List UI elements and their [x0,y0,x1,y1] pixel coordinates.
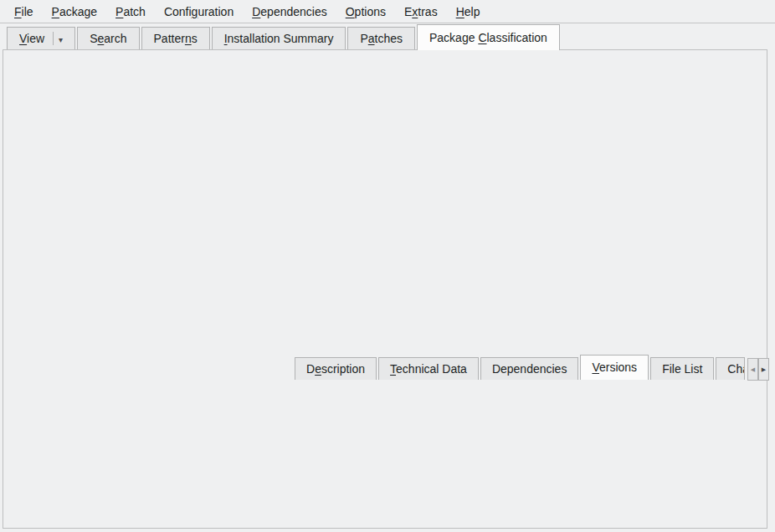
tab-search[interactable]: Search [77,27,139,50]
menu-item-file[interactable]: File [5,2,43,22]
detail-tab-dependencies[interactable]: Dependencies [480,357,579,380]
tab-view[interactable]: View▾ [7,27,75,50]
view-tab-bar: View▾SearchPatternsInstallation SummaryP… [0,24,775,50]
tab-scroll-right-icon[interactable]: ▶ [758,358,769,381]
menu-bar: FilePackagePatchConfigurationDependencie… [0,0,775,23]
tab-patches[interactable]: Patches [347,27,415,50]
detail-tab-technical-data[interactable]: Technical Data [378,357,479,380]
menu-item-dependencies[interactable]: Dependencies [243,2,336,22]
menu-item-options[interactable]: Options [336,2,395,22]
tab-package-classification[interactable]: Package Classification [417,24,560,50]
detail-tab-versions[interactable]: Versions [580,355,649,380]
menu-item-patch[interactable]: Patch [106,2,155,22]
package-manager-window: FilePackagePatchConfigurationDependencie… [0,0,775,532]
detail-tab-cha[interactable]: Cha [716,357,745,380]
package-classification-tab-page [3,49,767,529]
tab-installation-summary[interactable]: Installation Summary [212,27,346,50]
tab-scroll-left-icon[interactable]: ◀ [747,358,758,381]
chevron-down-icon[interactable]: ▾ [59,28,63,51]
detail-tab-description[interactable]: Description [295,357,377,380]
detail-tab-bar: DescriptionTechnical DataDependenciesVer… [295,355,747,380]
tab-patterns[interactable]: Patterns [141,27,210,50]
detail-tab-file-list[interactable]: File List [650,357,714,380]
view-tab-separator [53,32,54,45]
menu-item-package[interactable]: Package [43,2,107,22]
menu-item-help[interactable]: Help [447,2,490,22]
menu-item-extras[interactable]: Extras [395,2,447,22]
detail-tab-scroll-buttons: ◀ ▶ [747,358,769,381]
menu-item-configuration[interactable]: Configuration [155,2,243,22]
